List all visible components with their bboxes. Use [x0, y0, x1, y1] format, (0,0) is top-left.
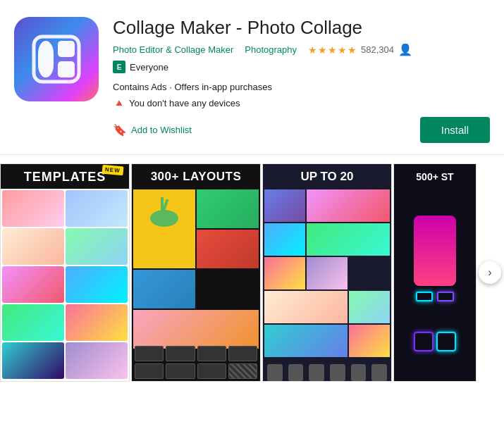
ss1-cell-2	[66, 190, 128, 227]
ss1-cell-1	[2, 190, 64, 227]
ss1-grid	[1, 189, 129, 380]
toolbar-icon-2	[288, 364, 304, 381]
ss2-header: 300+ LAYOUTS	[132, 164, 260, 188]
toolbar-icon-3	[309, 364, 324, 381]
warning-icon: 🔺	[113, 97, 125, 108]
mosaic-6	[307, 257, 348, 289]
ss1-cell-8	[66, 304, 128, 341]
layout-icon-2	[166, 346, 195, 361]
layout-icon-4	[228, 346, 257, 361]
app-icon	[14, 17, 99, 101]
content-rating-badge: E	[113, 61, 125, 73]
app-header: Collage Maker - Photo Collage Photo Edit…	[0, 0, 504, 154]
install-button[interactable]: Install	[420, 117, 490, 143]
neon-frame-2	[436, 332, 456, 351]
ss1-cell-6	[66, 266, 128, 303]
app-description-row: Contains Ads · Offers in-app purchases	[113, 80, 490, 93]
ss3-toolbar	[263, 360, 391, 382]
mosaic-7	[264, 291, 348, 323]
screenshot-4-stickers: 500+ ST	[393, 163, 477, 382]
app-icon-svg	[31, 34, 82, 85]
ss3-label: UP TO 20	[301, 170, 354, 183]
ss2-bottom-photo	[133, 310, 259, 349]
content-rating-text: Everyone	[130, 62, 168, 73]
screenshots-scroll: TEMPLATES NEW	[0, 163, 504, 382]
ss1-cell-5	[2, 266, 64, 303]
screenshot-2-layouts: 300+ LAYOUTS	[131, 163, 261, 382]
mosaic-2	[307, 189, 390, 222]
star-3: ★	[328, 44, 337, 56]
ss1-header: TEMPLATES NEW	[1, 164, 129, 189]
screenshots-section: TEMPLATES NEW	[0, 154, 504, 382]
ss4-header: 500+ ST	[394, 164, 476, 188]
ss1-cell-10	[66, 342, 128, 379]
star-5: ★	[348, 44, 357, 56]
layout-icon-7	[197, 363, 226, 379]
ss4-content	[394, 188, 476, 329]
toolbar-icon-6	[371, 364, 387, 381]
person-icon: 👤	[398, 43, 412, 56]
stars: ★ ★ ★ ★ ★	[308, 44, 357, 56]
layout-icon-5	[135, 363, 164, 379]
wishlist-label: Add to Wishlist	[131, 125, 192, 135]
svg-rect-2	[58, 41, 75, 57]
svg-rect-1	[38, 41, 54, 77]
add-to-wishlist-button[interactable]: 🔖 Add to Wishlist	[113, 123, 192, 137]
ss2-main-photo	[133, 189, 195, 268]
screenshots-container: TEMPLATES NEW	[0, 163, 504, 382]
warning-text: You don't have any devices	[129, 98, 240, 108]
layout-icon-8	[228, 363, 257, 379]
star-1: ★	[308, 44, 317, 56]
app-info: Collage Maker - Photo Collage Photo Edit…	[113, 17, 490, 143]
mosaic-4	[307, 223, 390, 256]
rating-row: ★ ★ ★ ★ ★ 582,304 👤	[308, 43, 412, 56]
scroll-right-button[interactable]: ›	[479, 261, 501, 284]
mosaic-5	[264, 257, 305, 289]
svg-rect-3	[58, 61, 75, 77]
category-secondary-link[interactable]: Photography	[245, 44, 297, 55]
ss1-badge: NEW	[102, 165, 124, 176]
ss4-label: 500+ ST	[416, 171, 453, 182]
ss2-side-2	[197, 230, 259, 268]
ss1-cell-9	[2, 342, 64, 379]
mosaic-10	[349, 325, 390, 357]
ss3-header: UP TO 20	[263, 164, 391, 188]
ss2-label: 300+ LAYOUTS	[151, 170, 242, 183]
star-2: ★	[318, 44, 327, 56]
action-row: 🔖 Add to Wishlist Install	[113, 117, 490, 143]
rating-count: 582,304	[361, 44, 394, 55]
category-primary-link[interactable]: Photo Editor & Collage Maker	[113, 44, 233, 55]
warning-row: 🔺 You don't have any devices	[113, 97, 490, 108]
ss4-person	[414, 216, 456, 286]
screenshot-1-templates: TEMPLATES NEW	[0, 163, 130, 382]
neon-shape-1	[416, 292, 433, 301]
mosaic-1	[264, 189, 305, 222]
app-meta-row: Photo Editor & Collage Maker Photography…	[113, 43, 490, 56]
mosaic-9	[264, 325, 348, 357]
neon-frame-1	[414, 332, 434, 351]
ss1-cell-4	[66, 228, 128, 265]
mosaic-8	[349, 291, 390, 323]
layout-icon-6	[166, 363, 195, 379]
toolbar-icon-1	[267, 364, 283, 381]
ss2-layout-icons	[132, 343, 260, 382]
wishlist-icon: 🔖	[113, 123, 127, 137]
ss1-cell-3	[2, 228, 64, 265]
ss4-neon-frames	[394, 329, 476, 354]
ss4-neon-shapes	[416, 292, 454, 301]
content-rating-row: E Everyone	[113, 61, 490, 73]
layout-icon-1	[135, 346, 164, 361]
ss1-label: TEMPLATES	[24, 170, 106, 184]
ss1-cell-7	[2, 304, 64, 341]
ss2-side-1	[197, 189, 259, 228]
ss2-side-3	[133, 270, 195, 308]
star-4: ★	[338, 44, 347, 56]
toolbar-icon-4	[330, 364, 345, 381]
app-description-text: Contains Ads · Offers in-app purchases	[113, 82, 272, 92]
toolbar-icon-5	[351, 364, 367, 381]
chevron-right-icon: ›	[488, 266, 491, 279]
ss2-content	[132, 188, 260, 343]
neon-shape-2	[437, 292, 454, 301]
ss3-mosaic	[263, 188, 391, 360]
app-title: Collage Maker - Photo Collage	[113, 17, 490, 39]
